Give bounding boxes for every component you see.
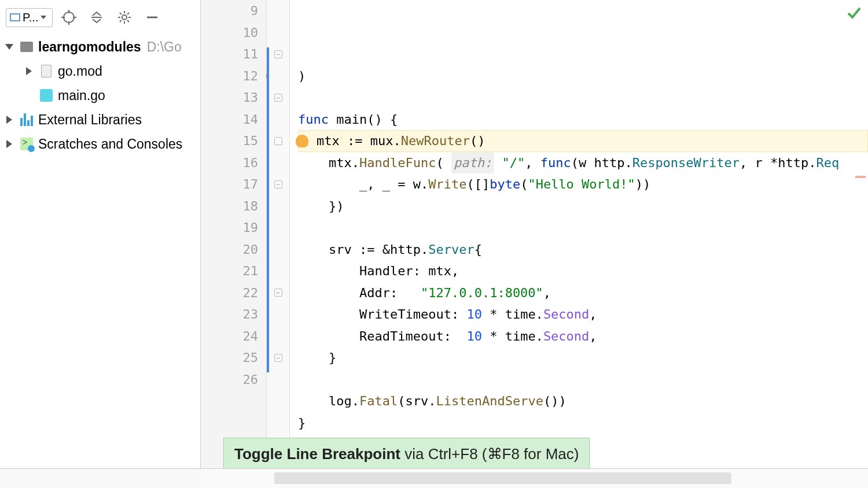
fold-toggle-icon[interactable]: − <box>274 289 282 297</box>
code-line[interactable]: srv := &http.Server{ <box>298 239 868 261</box>
console-icon <box>19 138 35 150</box>
lightbulb-icon[interactable] <box>296 135 308 147</box>
tree-root-label: learngomodulesD:\Go <box>38 39 182 55</box>
code-line[interactable]: ReadTimeout: 10 * time.Second, <box>298 326 868 347</box>
go-file-icon <box>38 89 54 102</box>
locate-icon[interactable] <box>57 6 80 29</box>
tree-file-gomod[interactable]: go.mod <box>0 59 200 83</box>
code-line[interactable]: log.Fatal(srv.ListenAndServe()) <box>298 390 868 412</box>
code-line[interactable] <box>298 87 868 109</box>
code-line[interactable]: }) <box>298 195 868 217</box>
tree-file-label: main.go <box>58 88 105 103</box>
code-line[interactable]: } <box>298 412 868 434</box>
fold-gutter-row[interactable]: − <box>267 173 289 195</box>
code-line[interactable]: Handler: mtx, <box>298 260 868 282</box>
fold-gutter-row[interactable] <box>267 130 289 152</box>
fold-gutter-row[interactable] <box>267 195 289 217</box>
code-line[interactable]: WriteTimeout: 10 * time.Second, <box>298 304 868 326</box>
fold-gutter-row[interactable] <box>267 304 289 326</box>
fold-gutter-row[interactable] <box>267 369 289 391</box>
line-number[interactable]: 24 <box>201 326 258 347</box>
fold-gutter-row[interactable] <box>267 260 289 282</box>
svg-point-2 <box>64 12 74 23</box>
tree-node-label: Scratches and Consoles <box>38 136 182 152</box>
line-number[interactable]: 13 <box>201 87 258 109</box>
tree-external-libraries[interactable]: External Libraries <box>0 108 200 132</box>
tree-root-folder[interactable]: learngomodulesD:\Go <box>0 35 200 59</box>
line-number[interactable]: 20 <box>201 239 258 261</box>
line-number[interactable]: 9 <box>201 0 258 22</box>
project-tree: learngomodulesD:\Go go.mod main.go Exter… <box>0 35 200 488</box>
line-number-gutter[interactable]: 91011121314151617181920212223242526 <box>201 0 267 488</box>
code-line[interactable]: Addr: "127.0.0.1:8000", <box>298 282 868 304</box>
fold-gutter-row[interactable]: − <box>267 43 289 65</box>
fold-gutter-row[interactable] <box>267 109 289 131</box>
tooltip-title: Toggle Line Breakpoint <box>234 445 400 463</box>
fold-gutter-row[interactable]: − <box>267 282 289 304</box>
line-number[interactable]: 18 <box>201 195 258 217</box>
line-number[interactable]: 26 <box>201 369 258 391</box>
fold-toggle-icon[interactable]: − <box>274 94 282 102</box>
fold-toggle-icon[interactable]: − <box>274 50 282 58</box>
chevron-right-icon <box>23 67 35 75</box>
fold-toggle-icon[interactable]: − <box>274 354 282 362</box>
tree-file-maingo[interactable]: main.go <box>0 83 200 108</box>
scrollbar-thumb[interactable] <box>274 472 731 484</box>
chevron-down-icon <box>3 44 15 50</box>
code-line[interactable]: mtx.HandleFunc( path: "/", func(w http.R… <box>298 152 868 174</box>
line-number[interactable]: 21 <box>201 260 258 282</box>
code-line[interactable]: ) <box>298 65 868 87</box>
code-line[interactable]: _, _ = w.Write([]byte("Hello World!")) <box>298 173 868 195</box>
line-number[interactable]: 10 <box>201 22 258 44</box>
tree-file-label: go.mod <box>58 64 102 79</box>
code-area[interactable]: )func main() {mtx := mux.NewRouter() mtx… <box>290 0 868 488</box>
settings-gear-icon[interactable] <box>113 6 136 29</box>
tooltip-rest: via Ctrl+F8 (⌘F8 for Mac) <box>400 445 579 463</box>
fold-gutter-row[interactable] <box>267 239 289 261</box>
fold-end-icon <box>274 137 282 145</box>
editor-horizontal-scrollbar[interactable] <box>200 468 868 488</box>
fold-gutter-row[interactable] <box>267 65 289 87</box>
file-icon <box>38 65 54 77</box>
line-number[interactable]: 11 <box>201 43 258 65</box>
fold-gutter-row[interactable] <box>267 152 289 174</box>
line-number[interactable]: 14 <box>201 109 258 131</box>
view-selector-label: P... <box>23 11 38 24</box>
line-number[interactable]: 17 <box>201 173 258 195</box>
tree-scratches-consoles[interactable]: Scratches and Consoles <box>0 132 200 156</box>
line-number[interactable]: 25 <box>201 347 258 369</box>
fold-gutter-row[interactable] <box>267 217 289 239</box>
fold-gutter-row[interactable] <box>267 326 289 347</box>
view-selector-dropdown[interactable]: P... <box>6 8 53 27</box>
minimize-icon[interactable] <box>141 6 164 29</box>
code-line[interactable]: } <box>298 347 868 369</box>
svg-rect-1 <box>11 14 19 20</box>
fold-gutter-row[interactable]: − <box>267 347 289 369</box>
chevron-right-icon <box>3 140 15 148</box>
line-number[interactable]: 23 <box>201 304 258 326</box>
code-line[interactable]: mtx := mux.NewRouter() <box>298 130 868 152</box>
inspection-ok-icon[interactable] <box>846 5 862 23</box>
fold-gutter[interactable]: −−−−− <box>267 0 290 488</box>
line-number[interactable]: 19 <box>201 217 258 239</box>
expand-collapse-icon[interactable] <box>85 6 108 29</box>
fold-gutter-row[interactable]: − <box>267 87 289 109</box>
fold-gutter-row[interactable] <box>267 0 289 22</box>
line-number[interactable]: 16 <box>201 152 258 174</box>
code-line[interactable]: func main() { <box>298 109 868 131</box>
folder-icon <box>19 42 35 52</box>
code-editor: 91011121314151617181920212223242526 −−−−… <box>200 0 868 488</box>
code-line[interactable] <box>298 369 868 391</box>
hint-tooltip: Toggle Line Breakpoint via Ctrl+F8 (⌘F8 … <box>223 438 590 471</box>
code-line[interactable] <box>298 217 868 239</box>
line-number[interactable]: 12 <box>201 65 258 87</box>
chevron-right-icon <box>3 116 15 124</box>
libraries-icon <box>19 113 35 126</box>
fold-gutter-row[interactable] <box>267 22 289 44</box>
warning-stripe[interactable] <box>855 176 866 178</box>
line-number[interactable]: 15 <box>201 130 258 152</box>
fold-toggle-icon[interactable]: − <box>274 180 282 188</box>
line-number[interactable]: 22 <box>201 282 258 304</box>
svg-point-8 <box>122 15 127 20</box>
tree-node-label: External Libraries <box>38 112 142 128</box>
